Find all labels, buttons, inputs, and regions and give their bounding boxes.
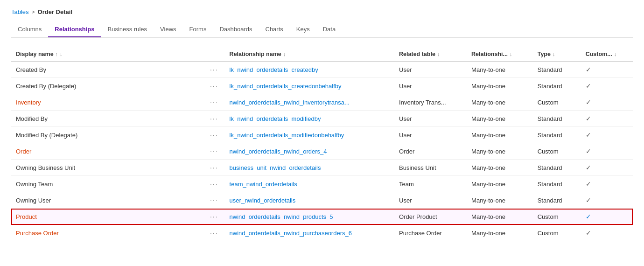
table-row[interactable]: Modified By (Delegate)···lk_nwind_orderd… xyxy=(11,127,633,143)
cell-display-name[interactable]: Order xyxy=(11,143,203,160)
cell-relationship-name[interactable]: nwind_orderdetails_nwind_purchaseorders_… xyxy=(225,225,394,241)
cell-customizable: ✓ xyxy=(581,225,633,241)
cell-dots-menu[interactable]: ··· xyxy=(203,160,225,176)
cell-display-name: Created By xyxy=(11,62,203,78)
cell-relationship-name[interactable]: business_unit_nwind_orderdetails xyxy=(225,160,394,176)
table-row[interactable]: Product···nwind_orderdetails_nwind_produ… xyxy=(11,209,633,225)
cell-relationship-name[interactable]: lk_nwind_orderdetails_modifiedonbehalfby xyxy=(225,127,394,143)
check-icon: ✓ xyxy=(586,196,591,204)
cell-display-name[interactable]: Inventory xyxy=(11,94,203,111)
dots-button[interactable]: ··· xyxy=(208,65,220,74)
cell-dots-menu[interactable]: ··· xyxy=(203,111,225,127)
cell-relationship-name[interactable]: lk_nwind_orderdetails_createdby xyxy=(225,62,394,78)
dots-button[interactable]: ··· xyxy=(208,163,220,172)
tab-columns[interactable]: Columns xyxy=(11,22,48,37)
cell-relationship-type: Many-to-one xyxy=(467,94,533,111)
cell-related-table: Inventory Trans... xyxy=(394,94,467,111)
cell-dots-menu[interactable]: ··· xyxy=(203,209,225,225)
dots-button[interactable]: ··· xyxy=(208,98,220,107)
dots-button[interactable]: ··· xyxy=(208,228,220,238)
cell-dots-menu[interactable]: ··· xyxy=(203,94,225,111)
dots-button[interactable]: ··· xyxy=(208,81,220,91)
cell-type: Standard xyxy=(533,127,581,143)
table-row[interactable]: Owning Business Unit···business_unit_nwi… xyxy=(11,160,633,176)
tab-data[interactable]: Data xyxy=(316,22,342,37)
check-icon: ✓ xyxy=(586,131,591,139)
cell-related-table: User xyxy=(394,111,467,127)
cell-display-name: Modified By (Delegate) xyxy=(11,127,203,143)
cell-type: Custom xyxy=(533,143,581,160)
col-type[interactable]: Type ↓ xyxy=(533,47,581,62)
cell-relationship-name[interactable]: lk_nwind_orderdetails_createdonbehalfby xyxy=(225,78,394,94)
dots-button[interactable]: ··· xyxy=(208,196,220,205)
cell-customizable: ✓ xyxy=(581,160,633,176)
cell-type: Standard xyxy=(533,111,581,127)
col-related-table[interactable]: Related table ↓ xyxy=(394,47,467,62)
dots-button[interactable]: ··· xyxy=(208,147,220,156)
dots-button[interactable]: ··· xyxy=(208,179,220,189)
table-row[interactable]: Owning User···user_nwind_orderdetailsUse… xyxy=(11,192,633,209)
relationships-table: Display name ↑ ↓ Relationship name ↓ xyxy=(11,47,633,241)
cell-display-name: Created By (Delegate) xyxy=(11,78,203,94)
sort-down-icon: ↓ xyxy=(60,51,63,57)
dots-button[interactable]: ··· xyxy=(208,212,220,221)
cell-relationship-name[interactable]: team_nwind_orderdetails xyxy=(225,176,394,192)
cell-relationship-name[interactable]: lk_nwind_orderdetails_modifiedby xyxy=(225,111,394,127)
cell-dots-menu[interactable]: ··· xyxy=(203,143,225,160)
table-body: Created By···lk_nwind_orderdetails_creat… xyxy=(11,62,633,241)
col-relationship-name[interactable]: Relationship name ↓ xyxy=(225,47,394,62)
tab-business-rules[interactable]: Business rules xyxy=(101,22,154,37)
cell-dots-menu[interactable]: ··· xyxy=(203,127,225,143)
cell-type: Custom xyxy=(533,209,581,225)
col-dots xyxy=(203,47,225,62)
cell-relationship-type: Many-to-one xyxy=(467,160,533,176)
custom-sort-icon: ↓ xyxy=(614,51,617,57)
cell-related-table: Order Product xyxy=(394,209,467,225)
col-customizable[interactable]: Custom... ↓ xyxy=(581,47,633,62)
cell-type: Standard xyxy=(533,192,581,209)
cell-customizable: ✓ xyxy=(581,111,633,127)
cell-dots-menu[interactable]: ··· xyxy=(203,225,225,241)
cell-display-name: Modified By xyxy=(11,111,203,127)
table-row[interactable]: Purchase Order···nwind_orderdetails_nwin… xyxy=(11,225,633,241)
tab-keys[interactable]: Keys xyxy=(290,22,316,37)
tab-relationships[interactable]: Relationships xyxy=(48,22,101,37)
tab-charts[interactable]: Charts xyxy=(259,22,290,37)
breadcrumb-tables-link[interactable]: Tables xyxy=(11,8,29,15)
relationships-table-wrap: Display name ↑ ↓ Relationship name ↓ xyxy=(11,47,633,241)
cell-relationship-type: Many-to-one xyxy=(467,209,533,225)
col-relationship-type[interactable]: Relationshi... ↓ xyxy=(467,47,533,62)
table-row[interactable]: Modified By···lk_nwind_orderdetails_modi… xyxy=(11,111,633,127)
dots-button[interactable]: ··· xyxy=(208,130,220,140)
cell-display-name[interactable]: Purchase Order xyxy=(11,225,203,241)
table-row[interactable]: Order···nwind_orderdetails_nwind_orders_… xyxy=(11,143,633,160)
col-display-name[interactable]: Display name ↑ ↓ xyxy=(11,47,203,62)
cell-relationship-type: Many-to-one xyxy=(467,143,533,160)
cell-dots-menu[interactable]: ··· xyxy=(203,78,225,94)
table-row[interactable]: Owning Team···team_nwind_orderdetailsTea… xyxy=(11,176,633,192)
reltable-sort-icon: ↓ xyxy=(437,51,440,57)
cell-relationship-name[interactable]: nwind_orderdetails_nwind_orders_4 xyxy=(225,143,394,160)
dots-button[interactable]: ··· xyxy=(208,114,220,123)
table-row[interactable]: Created By (Delegate)···lk_nwind_orderde… xyxy=(11,78,633,94)
cell-customizable: ✓ xyxy=(581,209,633,225)
cell-dots-menu[interactable]: ··· xyxy=(203,176,225,192)
tab-views[interactable]: Views xyxy=(154,22,182,37)
cell-relationship-name[interactable]: nwind_orderdetails_nwind_products_5 xyxy=(225,209,394,225)
cell-relationship-name[interactable]: user_nwind_orderdetails xyxy=(225,192,394,209)
tab-forms[interactable]: Forms xyxy=(183,22,213,37)
check-icon: ✓ xyxy=(586,180,591,188)
breadcrumb-separator: > xyxy=(32,9,35,15)
cell-dots-menu[interactable]: ··· xyxy=(203,62,225,78)
table-row[interactable]: Created By···lk_nwind_orderdetails_creat… xyxy=(11,62,633,78)
cell-relationship-type: Many-to-one xyxy=(467,127,533,143)
cell-display-name[interactable]: Product xyxy=(11,209,203,225)
cell-related-table: Order xyxy=(394,143,467,160)
cell-dots-menu[interactable]: ··· xyxy=(203,192,225,209)
table-row[interactable]: Inventory···nwind_orderdetails_nwind_inv… xyxy=(11,94,633,111)
cell-relationship-type: Many-to-one xyxy=(467,62,533,78)
cell-relationship-name[interactable]: nwind_orderdetails_nwind_inventorytransа… xyxy=(225,94,394,111)
tab-dashboards[interactable]: Dashboards xyxy=(213,22,259,37)
relname-sort-icon: ↓ xyxy=(283,51,286,57)
tabs-bar: ColumnsRelationshipsBusiness rulesViewsF… xyxy=(11,22,633,38)
